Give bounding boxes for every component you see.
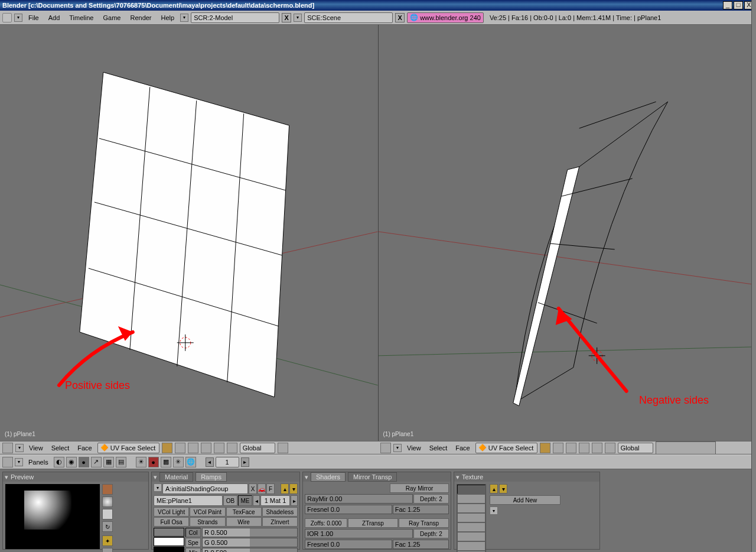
mat-auto[interactable]: 🚗 xyxy=(258,483,266,494)
panel-resize[interactable] xyxy=(751,0,756,552)
move-icon-r[interactable] xyxy=(592,443,602,453)
tex-slot-1[interactable] xyxy=(457,494,485,504)
shading-icon-r[interactable] xyxy=(540,443,550,453)
maximize-button[interactable]: □ xyxy=(734,1,743,9)
tex-slot-5[interactable] xyxy=(457,532,485,541)
scene-close[interactable]: X xyxy=(395,13,405,22)
vcol-light[interactable]: VCol Light xyxy=(154,507,189,517)
header-dropdown-left[interactable] xyxy=(15,444,24,452)
mat-link-field[interactable]: A:initialShadingGroup xyxy=(162,483,248,494)
mat-up[interactable]: ▴ xyxy=(281,483,289,494)
tex-slot-6[interactable] xyxy=(457,541,485,551)
screen-dropdown[interactable] xyxy=(180,14,188,22)
depth1-field[interactable]: Depth: 2 xyxy=(413,494,449,504)
scene-field[interactable]: SCE:Scene xyxy=(304,12,393,23)
preview-opt-icon[interactable] xyxy=(102,548,113,552)
context-scene-icon[interactable]: ▤ xyxy=(116,457,126,467)
tex-dropdown[interactable] xyxy=(490,506,498,515)
wire[interactable]: Wire xyxy=(226,517,262,527)
subcontext-mat-icon[interactable]: ● xyxy=(148,457,159,467)
context-object-icon[interactable]: ↗ xyxy=(91,457,102,467)
hand-icon-l[interactable] xyxy=(201,443,211,453)
viewport-right[interactable]: Negative sides (1) pPlane1 xyxy=(379,25,757,441)
menu-help[interactable]: Help xyxy=(158,13,178,22)
b-slider[interactable]: B 0.500 xyxy=(202,548,298,552)
g-slider[interactable]: G 0.500 xyxy=(202,538,298,547)
rotate-icon-l[interactable] xyxy=(227,443,237,453)
texface[interactable]: TexFace xyxy=(226,507,262,517)
menu-face-r[interactable]: Face xyxy=(452,444,472,452)
subcontext-tex-icon[interactable]: ▩ xyxy=(161,457,171,467)
frame-field[interactable]: 1 xyxy=(216,457,239,467)
tex-slot-3[interactable] xyxy=(457,513,485,522)
me-btn[interactable]: ME xyxy=(238,495,252,506)
menu-timeline[interactable]: Timeline xyxy=(66,13,97,22)
col-swatch[interactable] xyxy=(154,528,184,537)
mode-select-r[interactable]: 🔶 UV Face Select xyxy=(475,443,537,453)
menu-add[interactable]: Add xyxy=(45,13,64,22)
col-btn[interactable]: Col xyxy=(185,528,201,537)
mat-down[interactable]: ▾ xyxy=(289,483,298,494)
mode-select-l[interactable]: 🔶 UV Face Select xyxy=(97,443,159,453)
ob-btn[interactable]: OB xyxy=(223,495,237,506)
context-logic-icon[interactable]: ◐ xyxy=(54,457,64,467)
layers-icon-l[interactable] xyxy=(278,443,288,453)
shading-icon-l[interactable] xyxy=(162,443,172,453)
context-edit-icon[interactable]: ▦ xyxy=(103,457,114,467)
strands[interactable]: Strands xyxy=(190,517,225,527)
preview-refresh-icon[interactable]: ↻ xyxy=(102,521,113,532)
window-type-dropdown[interactable] xyxy=(14,14,22,22)
menu-face-l[interactable]: Face xyxy=(74,444,94,452)
zinvert[interactable]: ZInvert xyxy=(262,517,298,527)
move-icon-l[interactable] xyxy=(214,443,224,453)
tex-up[interactable]: ▴ xyxy=(490,484,498,493)
tex-slot-2[interactable] xyxy=(457,504,485,513)
minimize-button[interactable]: _ xyxy=(723,1,732,9)
menu-view-l[interactable]: View xyxy=(26,444,46,452)
tex-down[interactable]: ▾ xyxy=(499,484,507,493)
rotate-icon-r[interactable] xyxy=(605,443,615,453)
manip-icon-l[interactable] xyxy=(188,443,198,453)
preview-cube-icon[interactable] xyxy=(102,509,113,519)
viewport-left[interactable]: Positive sides (1) pPlane1 xyxy=(0,25,379,441)
layer-buttons[interactable] xyxy=(656,441,716,454)
blender-link[interactable]: 🌐 www.blender.org 240 xyxy=(407,12,484,23)
vcol-paint[interactable]: VCol Paint xyxy=(190,507,225,517)
raymir-slider[interactable]: RayMir 0.00 xyxy=(305,494,413,504)
preview-osa-icon[interactable]: ✦ xyxy=(102,535,113,546)
view3d-icon[interactable] xyxy=(2,443,13,453)
mat-prev[interactable]: ◂ xyxy=(253,495,260,506)
mir-btn[interactable]: Mir xyxy=(185,548,201,552)
orientation-r[interactable]: Global xyxy=(618,443,653,453)
spe-swatch[interactable] xyxy=(154,537,184,546)
preview-sphere-icon[interactable] xyxy=(102,496,113,507)
r-slider[interactable]: R 0.500 xyxy=(202,528,298,537)
addnew-btn[interactable]: Add New xyxy=(490,495,561,505)
full-osa[interactable]: Full Osa xyxy=(154,517,189,527)
depth2-field[interactable]: Depth: 2 xyxy=(413,529,449,538)
menu-view-r[interactable]: View xyxy=(404,444,424,452)
mir-swatch[interactable] xyxy=(154,547,184,552)
tab-material[interactable]: Material xyxy=(159,472,193,482)
tab-shaders[interactable]: Shaders xyxy=(311,472,346,482)
tab-mirror-transp[interactable]: Mirror Transp xyxy=(348,472,397,482)
mat-f[interactable]: F xyxy=(266,483,275,494)
context-shading-icon[interactable]: ● xyxy=(79,457,89,467)
frame-prev[interactable]: ◂ xyxy=(206,457,214,467)
menu-file[interactable]: File xyxy=(25,13,43,22)
fac1-slider[interactable]: Fac 1.25 xyxy=(393,505,449,514)
mat-next[interactable]: ▸ xyxy=(291,495,298,506)
frame-next[interactable]: ▸ xyxy=(241,457,249,467)
hand-icon-r[interactable] xyxy=(579,443,589,453)
ior-slider[interactable]: IOR 1.00 xyxy=(305,529,413,538)
spe-btn[interactable]: Spe xyxy=(185,538,201,547)
fresnel1-slider[interactable]: Fresnel 0.0 xyxy=(305,505,392,514)
screen-field[interactable]: SCR:2-Model xyxy=(191,12,279,23)
info-icon[interactable] xyxy=(2,13,12,22)
menu-render[interactable]: Render xyxy=(126,13,155,22)
view3d-icon-r[interactable] xyxy=(380,443,391,453)
raymirror-btn[interactable]: Ray Mirror xyxy=(390,483,449,493)
mat-link-dropdown[interactable] xyxy=(154,483,162,492)
fac2-slider[interactable]: Fac 1.25 xyxy=(393,540,449,549)
pivot-icon-r[interactable] xyxy=(553,443,563,453)
